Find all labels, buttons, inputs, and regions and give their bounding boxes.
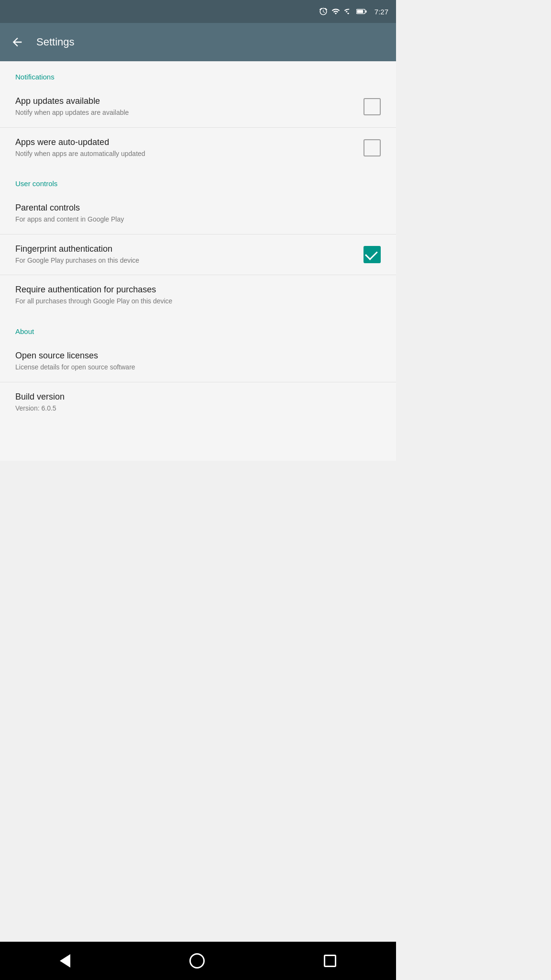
setting-build-version[interactable]: Build version Version: 6.0.5 [0,382,396,423]
setting-title-app-updates: App updates available [15,96,356,106]
setting-title-parental-controls: Parental controls [15,203,373,213]
setting-open-source-licenses[interactable]: Open source licenses License details for… [0,341,396,382]
back-button[interactable] [8,33,27,52]
toolbar: Settings [0,23,396,61]
setting-subtitle-apps-auto-updated: Notify when apps are automatically updat… [15,149,356,159]
setting-text-require-auth: Require authentication for purchases For… [15,285,381,306]
svg-rect-2 [365,11,366,13]
setting-text-parental-controls: Parental controls For apps and content i… [15,203,381,224]
setting-subtitle-fingerprint-auth: For Google Play purchases on this device [15,256,356,266]
setting-subtitle-app-updates: Notify when app updates are available [15,108,356,118]
setting-subtitle-build-version: Version: 6.0.5 [15,404,373,413]
section-about: About Open source licenses License detai… [0,316,396,423]
setting-parental-controls[interactable]: Parental controls For apps and content i… [0,193,396,234]
svg-rect-1 [357,10,363,13]
setting-text-open-source: Open source licenses License details for… [15,351,381,372]
setting-title-open-source: Open source licenses [15,351,373,361]
setting-subtitle-parental-controls: For apps and content in Google Play [15,215,373,224]
checkbox-apps-auto-updated[interactable] [364,139,381,156]
setting-title-build-version: Build version [15,392,373,402]
battery-icon [356,8,367,15]
user-controls-section-header: User controls [0,168,396,193]
page-title: Settings [36,36,75,48]
status-bar: 7:27 [0,0,396,23]
setting-text-apps-auto-updated: Apps were auto-updated Notify when apps … [15,137,364,159]
section-user-controls: User controls Parental controls For apps… [0,168,396,316]
wifi-icon [331,7,340,16]
about-section-header: About [0,316,396,341]
notifications-section-header: Notifications [0,61,396,87]
setting-fingerprint-auth[interactable]: Fingerprint authentication For Google Pl… [0,234,396,276]
status-icons: 7:27 [319,7,388,16]
signal-icon [344,7,353,16]
setting-text-fingerprint-auth: Fingerprint authentication For Google Pl… [15,244,364,266]
setting-text-build-version: Build version Version: 6.0.5 [15,392,381,413]
setting-subtitle-open-source: License details for open source software [15,363,373,372]
setting-title-require-auth: Require authentication for purchases [15,285,373,295]
setting-subtitle-require-auth: For all purchases through Google Play on… [15,297,373,306]
setting-text-app-updates: App updates available Notify when app up… [15,96,364,118]
setting-apps-auto-updated[interactable]: Apps were auto-updated Notify when apps … [0,128,396,168]
status-time: 7:27 [375,8,388,16]
setting-require-auth[interactable]: Require authentication for purchases For… [0,275,396,316]
checkbox-app-updates[interactable] [364,98,381,115]
setting-app-updates-available[interactable]: App updates available Notify when app up… [0,87,396,128]
alarm-icon [319,7,328,16]
setting-title-fingerprint-auth: Fingerprint authentication [15,244,356,254]
section-notifications: Notifications App updates available Noti… [0,61,396,168]
settings-content: Notifications App updates available Noti… [0,61,396,461]
setting-title-apps-auto-updated: Apps were auto-updated [15,137,356,147]
checkbox-fingerprint-auth[interactable] [364,246,381,263]
